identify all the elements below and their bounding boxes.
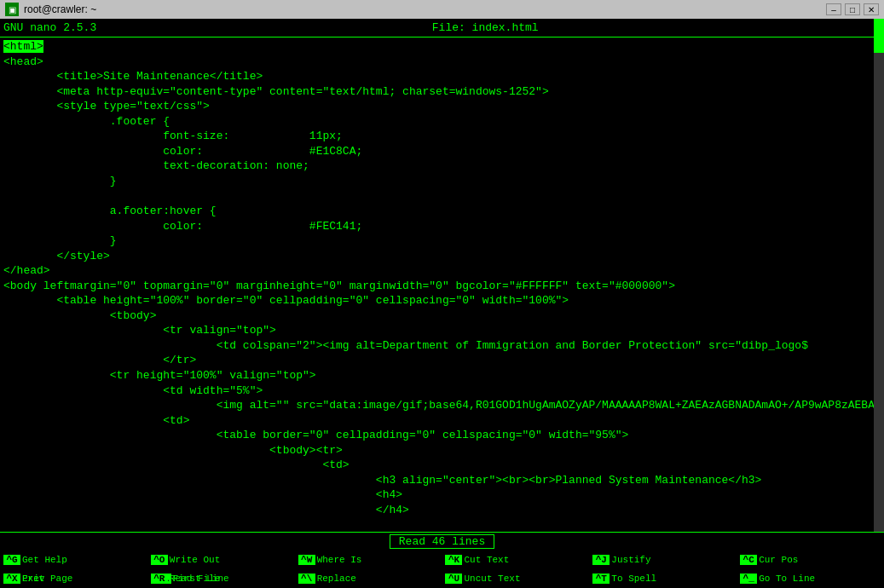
- shortcut-go-to-line: ^_ Go To Line: [737, 569, 884, 588]
- status-message: Read 46 lines: [390, 534, 494, 549]
- title-bar: ▣ root@crawler: ~ – □ ✕: [0, 0, 884, 19]
- label-get-help: Get Help: [22, 555, 67, 565]
- shortcut-row-2: ^X Exit ^R Read File ^\ Replace ^U Uncut…: [0, 569, 884, 588]
- shortcut-write-out: ^O Write Out: [147, 551, 295, 569]
- shortcut-cur-pos: ^C Cur Pos: [737, 551, 884, 569]
- key-replace: ^\: [298, 574, 315, 584]
- title-bar-text: root@crawler: ~: [24, 3, 96, 15]
- label-exit: Exit: [22, 574, 44, 584]
- status-bar: Read 46 lines: [0, 532, 884, 551]
- key-go-to-line: ^_: [740, 574, 757, 584]
- maximize-button[interactable]: □: [845, 3, 860, 15]
- label-write-out: Write Out: [170, 555, 220, 565]
- nano-header: GNU nano 2.5.3 File: index.html: [0, 19, 884, 37]
- nano-filename: File: index.html: [432, 21, 539, 34]
- label-replace: Replace: [317, 574, 356, 584]
- terminal-icon: ▣: [5, 3, 19, 16]
- key-exit: ^X: [3, 574, 20, 584]
- shortcut-read-file: ^R Read File: [147, 569, 295, 588]
- editor-area[interactable]: <html> <head> <title>Site Maintenance</t…: [0, 37, 884, 532]
- shortcut-uncut-text: ^U Uncut Text: [442, 569, 589, 588]
- label-justify: Justify: [611, 555, 650, 565]
- key-cut-text: ^K: [445, 555, 462, 565]
- label-to-spell: To Spell: [611, 574, 656, 584]
- key-get-help: ^G: [3, 555, 20, 565]
- scrollbar[interactable]: [874, 19, 884, 532]
- key-read-file: ^R: [151, 574, 168, 584]
- label-go-to-line: Go To Line: [759, 574, 815, 584]
- shortcut-cut-text: ^K Cut Text: [442, 551, 589, 569]
- minimize-button[interactable]: –: [826, 3, 841, 15]
- key-justify: ^J: [592, 555, 610, 565]
- shortcut-get-help: ^G Get Help: [0, 551, 147, 569]
- editor-content: <html> <head> <title>Site Maintenance</t…: [3, 39, 881, 532]
- label-uncut-text: Uncut Text: [464, 574, 520, 584]
- label-cut-text: Cut Text: [464, 555, 509, 565]
- title-bar-left: ▣ root@crawler: ~: [5, 3, 96, 16]
- key-uncut-text: ^U: [445, 574, 462, 584]
- shortcut-to-spell: ^T To Spell: [589, 569, 737, 588]
- nano-version: GNU nano 2.5.3: [3, 21, 96, 34]
- shortcut-replace: ^\ Replace: [295, 569, 442, 588]
- close-button[interactable]: ✕: [864, 3, 879, 15]
- key-cur-pos: ^C: [740, 555, 757, 565]
- label-read-file: Read File: [170, 574, 220, 584]
- shortcut-bars: ^G Get Help ^O Write Out ^W Where Is ^K …: [0, 551, 884, 588]
- label-cur-pos: Cur Pos: [759, 555, 798, 565]
- key-to-spell: ^T: [592, 574, 610, 584]
- shortcut-row-1: ^G Get Help ^O Write Out ^W Where Is ^K …: [0, 551, 884, 569]
- key-write-out: ^O: [151, 555, 168, 565]
- label-where-is: Where Is: [317, 555, 362, 565]
- shortcut-where-is: ^W Where Is: [295, 551, 442, 569]
- shortcut-justify: ^J Justify: [589, 551, 737, 569]
- scrollbar-thumb[interactable]: [874, 19, 884, 53]
- shortcut-exit: ^X Exit: [0, 569, 147, 588]
- key-where-is: ^W: [298, 555, 315, 565]
- title-bar-controls: – □ ✕: [826, 3, 879, 15]
